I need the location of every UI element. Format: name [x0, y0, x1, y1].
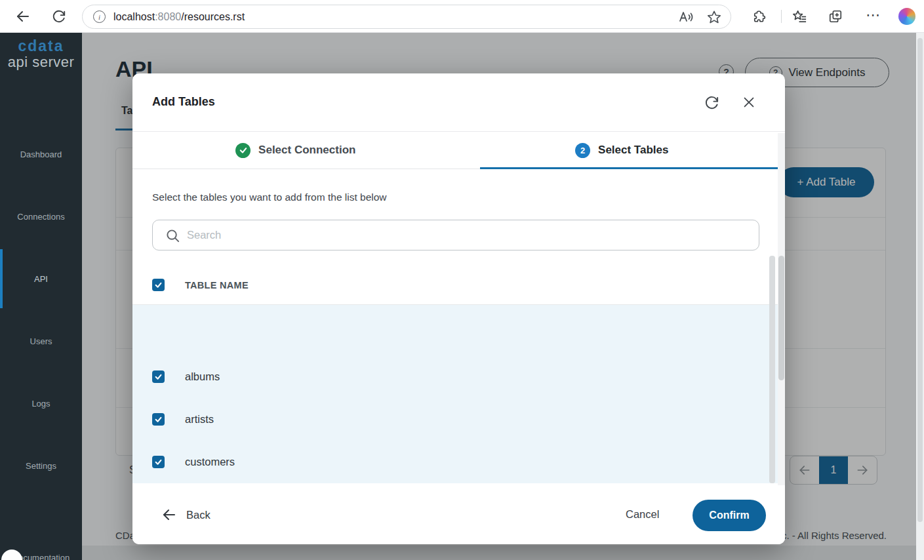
check-icon: [154, 281, 163, 289]
close-icon: [742, 95, 756, 110]
favorites-list-icon: [792, 9, 807, 24]
copilot-icon[interactable]: [898, 8, 915, 25]
step-number-badge: 2: [575, 143, 590, 158]
page-scrollbar-thumb[interactable]: [917, 38, 923, 522]
sidebar-item-users[interactable]: Users: [0, 331, 82, 351]
sidebar-item-connections[interactable]: Connections: [0, 207, 82, 226]
step-done-check-icon: [235, 143, 251, 158]
url-text: localhost:8080/resources.rst: [113, 11, 678, 23]
sidebar-item-dashboard[interactable]: Dashboard: [0, 144, 82, 164]
favorites-bar-button[interactable]: [792, 9, 807, 24]
table-list: Tables 11 Selected albums artists custom…: [132, 305, 785, 483]
active-nav-indicator: [0, 249, 3, 308]
select-all-checkbox[interactable]: [152, 279, 165, 291]
sidebar-item-api[interactable]: API: [0, 269, 82, 289]
read-aloud-icon: [678, 9, 694, 25]
browser-back-button[interactable]: [14, 8, 31, 25]
arrow-left-icon: [15, 9, 31, 24]
refresh-icon: [704, 95, 719, 110]
column-header-table-name: TABLE NAME: [185, 280, 249, 290]
page-scrollbar[interactable]: [916, 33, 924, 560]
extensions-button[interactable]: [752, 9, 768, 24]
browser-menu-button[interactable]: ⋯: [864, 5, 881, 25]
sidebar: cdata api server Dashboard Connections A…: [0, 33, 82, 560]
active-step-underline: [480, 167, 778, 169]
table-row-artists[interactable]: artists: [185, 413, 214, 426]
search-input[interactable]: [187, 221, 751, 249]
table-row-albums[interactable]: albums: [185, 370, 220, 383]
search-icon: [165, 228, 180, 243]
check-icon: [154, 372, 163, 381]
ellipsis-icon: ⋯: [866, 7, 880, 24]
add-tables-modal: Add Tables Select Connection 2 Select Ta…: [132, 73, 785, 544]
cancel-button[interactable]: Cancel: [626, 508, 659, 521]
check-icon: [154, 415, 163, 424]
logo-cdata: cdata: [0, 37, 82, 55]
browser-refresh-button[interactable]: [51, 9, 67, 24]
sidebar-item-settings[interactable]: Settings: [0, 456, 82, 475]
modal-scrollbar[interactable]: [778, 133, 785, 544]
site-info-icon[interactable]: i: [93, 10, 106, 23]
modal-footer: Back Cancel Confirm: [132, 485, 785, 544]
refresh-icon: [52, 9, 66, 24]
step-select-tables[interactable]: 2 Select Tables: [459, 132, 786, 169]
table-row-customers[interactable]: customers: [185, 456, 235, 468]
url-bar[interactable]: i localhost:8080/resources.rst: [82, 5, 731, 29]
collections-icon: [828, 9, 843, 24]
modal-close-button[interactable]: [740, 94, 757, 111]
favorite-star-button[interactable]: [707, 10, 721, 24]
search-box: [152, 220, 759, 250]
check-icon: [154, 458, 163, 466]
modal-refresh-button[interactable]: [703, 94, 720, 111]
puzzle-icon: [753, 9, 767, 24]
modal-title: Add Tables: [152, 95, 215, 109]
row-checkbox-customers[interactable]: [152, 456, 165, 468]
stepper: Select Connection 2 Select Tables: [132, 132, 785, 169]
sidebar-item-logs[interactable]: Logs: [0, 393, 82, 413]
browser-toolbar: i localhost:8080/resources.rst ⋯: [0, 0, 924, 33]
modal-instruction: Select the tables you want to add from t…: [152, 191, 387, 203]
row-checkbox-artists[interactable]: [152, 413, 165, 426]
back-button[interactable]: Back: [161, 507, 211, 523]
confirm-button[interactable]: Confirm: [693, 500, 766, 531]
collections-button[interactable]: [828, 9, 843, 24]
arrow-left-icon: [161, 507, 177, 523]
app-logo: cdata api server: [0, 33, 82, 71]
modal-scrollbar-thumb[interactable]: [778, 256, 784, 380]
list-scrollbar-thumb[interactable]: [769, 256, 775, 483]
row-checkbox-albums[interactable]: [152, 370, 165, 383]
star-icon: [707, 10, 721, 24]
step-select-connection[interactable]: Select Connection: [132, 132, 459, 169]
toolbar-divider: [781, 10, 782, 23]
logo-api-server: api server: [0, 54, 82, 71]
read-aloud-button[interactable]: [678, 9, 694, 25]
